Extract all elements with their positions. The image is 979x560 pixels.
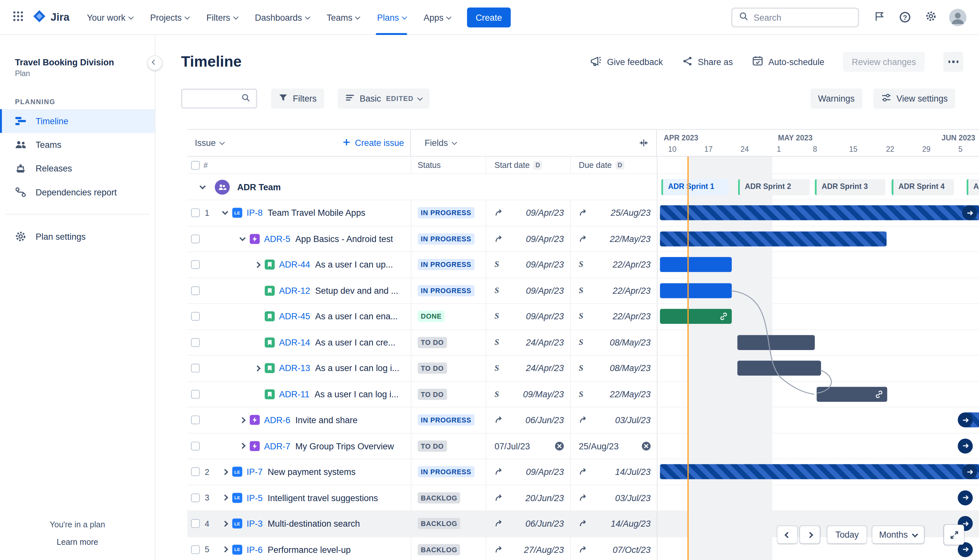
due-date-cell[interactable]: S22/Apr/23 (570, 304, 657, 329)
start-date-cell[interactable]: S24/Apr/23 (486, 330, 570, 355)
gantt-bar[interactable] (817, 387, 887, 402)
due-date-cell[interactable]: S22/Apr/23 (570, 278, 657, 303)
status-badge[interactable]: TO DO (418, 363, 447, 374)
expand-toggle[interactable] (252, 363, 262, 373)
offscreen-bar-button[interactable] (957, 412, 972, 427)
status-badge[interactable]: IN PROGRESS (418, 233, 474, 245)
app-switcher-button[interactable] (10, 8, 26, 26)
nav-item-plans[interactable]: Plans (368, 0, 415, 35)
start-date-cell[interactable]: 06/Jun/23 (486, 511, 570, 536)
status-badge[interactable]: IN PROGRESS (418, 285, 474, 296)
due-date-cell[interactable]: 25/Aug/23 (570, 433, 657, 458)
share-as-button[interactable]: Share as (682, 55, 733, 68)
nav-item-teams[interactable]: Teams (318, 0, 368, 35)
jira-logo[interactable]: Jira (32, 9, 69, 25)
issue-key-link[interactable]: IP-3 (247, 518, 263, 528)
announcements-flag-button[interactable] (871, 8, 888, 27)
scroll-to-bar-end-button[interactable] (962, 464, 977, 479)
pan-right-button[interactable] (800, 526, 820, 543)
today-button[interactable]: Today (827, 526, 867, 543)
gantt-bar[interactable] (660, 283, 732, 298)
nav-item-projects[interactable]: Projects (142, 0, 198, 35)
sidebar-item-releases[interactable]: Releases (0, 157, 155, 180)
row-checkbox[interactable] (191, 312, 200, 321)
issue-key-link[interactable]: IP-5 (247, 493, 263, 503)
due-date-cell[interactable]: 22/May/23 (570, 226, 657, 252)
status-badge[interactable]: TO DO (418, 337, 447, 348)
expand-toggle[interactable] (220, 493, 230, 503)
status-badge[interactable]: TO DO (418, 388, 447, 400)
row-checkbox[interactable] (191, 545, 200, 554)
nav-item-dashboards[interactable]: Dashboards (246, 0, 318, 35)
due-date-cell[interactable]: 25/Aug/23 (570, 200, 657, 225)
collapse-fields-button[interactable] (639, 138, 649, 148)
settings-button[interactable] (922, 7, 939, 27)
zoom-level-select[interactable]: Months (872, 526, 924, 543)
row-checkbox[interactable] (191, 260, 200, 269)
fullscreen-button[interactable] (944, 525, 964, 545)
review-changes-button[interactable]: Review changes (843, 52, 925, 72)
issue-key-link[interactable]: ADR-12 (279, 286, 310, 296)
issue-key-link[interactable]: ADR-5 (264, 234, 291, 244)
issue-key-link[interactable]: IP-8 (247, 208, 263, 218)
nav-item-your-work[interactable]: Your work (79, 0, 142, 35)
status-badge[interactable]: IN PROGRESS (418, 466, 474, 478)
give-feedback-button[interactable]: Give feedback (590, 55, 663, 69)
issue-key-link[interactable]: ADR-44 (279, 260, 310, 270)
row-checkbox[interactable] (191, 364, 200, 373)
due-date-cell[interactable]: 14/Jul/23 (570, 459, 657, 484)
gantt-bar[interactable] (660, 257, 732, 272)
gantt-bar[interactable] (660, 205, 979, 220)
issue-key-link[interactable]: ADR-11 (279, 389, 309, 399)
create-button[interactable]: Create (467, 7, 511, 27)
issue-key-link[interactable]: ADR-6 (264, 415, 291, 425)
offscreen-bar-button[interactable] (957, 490, 972, 505)
gantt-bar[interactable] (660, 464, 979, 479)
issue-key-link[interactable]: ADR-13 (279, 363, 310, 373)
due-date-cell[interactable]: 03/Jul/23 (570, 485, 657, 510)
status-badge[interactable]: IN PROGRESS (418, 207, 474, 219)
start-date-cell[interactable]: S09/Apr/23 (486, 304, 570, 329)
row-checkbox[interactable] (191, 493, 200, 502)
issue-column-menu[interactable]: Issue (195, 138, 224, 148)
row-checkbox[interactable] (191, 442, 200, 450)
sidebar-item-timeline[interactable]: Timeline (0, 109, 155, 133)
expand-toggle[interactable] (237, 441, 247, 451)
issue-key-link[interactable]: IP-6 (247, 545, 263, 555)
issue-key-link[interactable]: ADR-7 (264, 441, 291, 451)
expand-toggle[interactable] (220, 208, 230, 218)
clear-date-icon[interactable] (642, 442, 651, 450)
view-settings-button[interactable]: View settings (874, 88, 956, 109)
row-checkbox[interactable] (191, 416, 200, 425)
row-checkbox[interactable] (191, 338, 200, 347)
sidebar-item-dependencies-report[interactable]: Dependencies report (0, 180, 155, 204)
start-date-cell[interactable]: S09/Apr/23 (486, 278, 570, 303)
start-date-cell[interactable]: 09/Apr/23 (486, 226, 570, 252)
group-expand-toggle[interactable] (197, 182, 207, 192)
start-date-cell[interactable]: 09/Apr/23 (486, 200, 570, 225)
offscreen-bar-button[interactable] (957, 438, 972, 453)
sidebar-collapse-button[interactable] (147, 56, 162, 70)
fields-menu[interactable]: Fields (424, 138, 456, 148)
expand-toggle[interactable] (220, 545, 230, 555)
start-date-cell[interactable]: 20/Jun/23 (486, 485, 570, 510)
start-date-cell[interactable]: 06/Jun/23 (486, 407, 570, 433)
due-date-cell[interactable]: 07/Oct/23 (570, 537, 657, 560)
due-date-cell[interactable]: S08/May/23 (570, 330, 657, 355)
filters-button[interactable]: Filters (271, 88, 324, 109)
status-badge[interactable]: DONE (418, 311, 445, 322)
expand-toggle[interactable] (237, 415, 247, 425)
expand-toggle[interactable] (220, 467, 230, 477)
status-badge[interactable]: IN PROGRESS (418, 259, 474, 270)
expand-toggle[interactable] (237, 234, 247, 244)
due-date-cell[interactable]: S08/May/23 (570, 355, 657, 381)
learn-more-link[interactable]: Learn more (0, 537, 155, 547)
start-date-cell[interactable]: 27/Aug/23 (486, 537, 570, 560)
status-badge[interactable]: BACKLOG (418, 492, 460, 503)
issue-key-link[interactable]: IP-7 (247, 467, 263, 477)
due-date-cell[interactable]: 03/Jul/23 (570, 407, 657, 433)
sidebar-item-plan-settings[interactable]: Plan settings (0, 225, 155, 248)
row-checkbox[interactable] (191, 467, 200, 476)
row-checkbox[interactable] (191, 286, 200, 295)
expand-toggle[interactable] (252, 260, 262, 270)
